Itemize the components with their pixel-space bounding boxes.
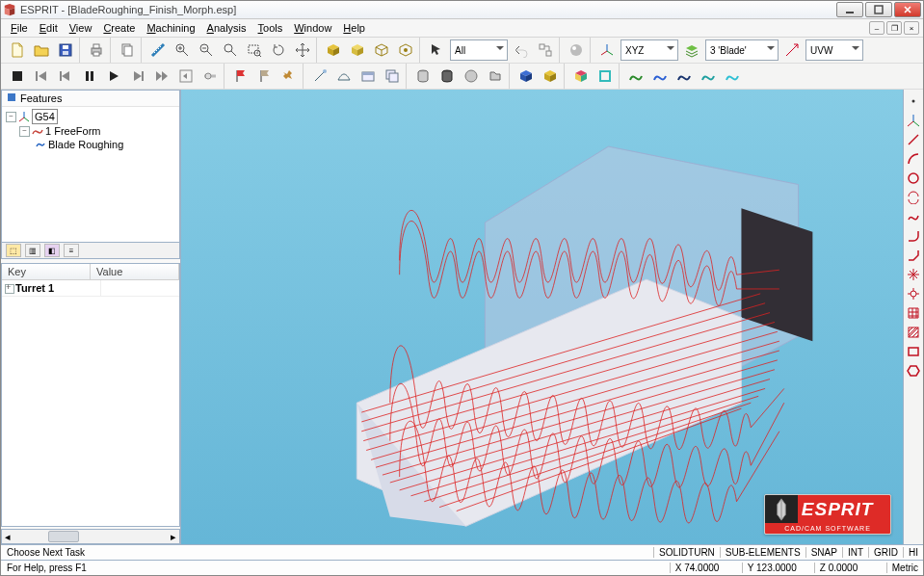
grouping-icon[interactable] xyxy=(535,39,556,61)
tool-line-icon[interactable] xyxy=(906,132,921,147)
mdi-restore[interactable]: ❐ xyxy=(886,21,902,35)
tool-axis-icon[interactable] xyxy=(906,113,921,128)
select-arrow-icon[interactable] xyxy=(426,39,447,61)
sim-step-fwd-icon[interactable] xyxy=(127,65,148,87)
sim-slider-icon[interactable] xyxy=(199,65,221,87)
pan-icon[interactable] xyxy=(292,39,313,61)
menu-create[interactable]: Create xyxy=(97,21,141,35)
edge-color-icon[interactable] xyxy=(594,65,616,87)
tool-star-point-icon[interactable] xyxy=(906,267,921,282)
shade-wire-icon[interactable] xyxy=(371,39,392,61)
minimize-button[interactable] xyxy=(836,2,863,17)
mdi-close[interactable]: × xyxy=(904,21,919,35)
measure-icon[interactable] xyxy=(147,39,169,61)
sim-loop-icon[interactable] xyxy=(175,65,197,87)
menu-machining[interactable]: Machining xyxy=(141,21,200,35)
tree-node-freeform[interactable]: − 1 FreeForm xyxy=(17,124,177,138)
tool-spline-icon[interactable] xyxy=(906,209,921,224)
tool-hatch-icon[interactable] xyxy=(906,325,921,340)
tree-tab-2[interactable]: ▥ xyxy=(25,244,40,257)
new-file-icon[interactable] xyxy=(7,39,28,61)
sim-fast-fwd-icon[interactable] xyxy=(151,65,172,87)
flag-dim-icon[interactable] xyxy=(254,65,276,87)
solid-blue-icon[interactable] xyxy=(515,65,537,87)
tool-arc3-icon[interactable] xyxy=(906,190,921,205)
nurbs-teal-icon[interactable] xyxy=(698,65,719,87)
save-view-icon[interactable] xyxy=(357,65,379,87)
sim-pause-icon[interactable] xyxy=(79,65,100,87)
sim-rewind-start-icon[interactable] xyxy=(31,65,52,87)
status-int[interactable]: INT xyxy=(842,547,868,558)
tool-circle-icon[interactable] xyxy=(906,170,921,186)
window-stack-icon[interactable] xyxy=(382,65,403,87)
flag-red-icon[interactable] xyxy=(230,65,251,87)
scrollbar-thumb[interactable] xyxy=(48,531,79,542)
tool-hexagon-icon[interactable] xyxy=(906,363,921,379)
selection-filter-dropdown[interactable]: All xyxy=(450,39,508,61)
stock-cylinder-icon[interactable] xyxy=(412,65,434,87)
layers-icon[interactable] xyxy=(681,39,702,61)
zoom-window-icon[interactable] xyxy=(244,39,265,61)
menu-window[interactable]: Window xyxy=(288,21,337,35)
save-file-icon[interactable] xyxy=(55,39,76,61)
expander-minus-icon[interactable]: − xyxy=(6,112,16,122)
face-color-icon[interactable] xyxy=(570,65,592,87)
tree-root[interactable]: − G54 xyxy=(4,109,177,124)
tool-point-icon[interactable] xyxy=(906,93,921,109)
sphere-render-icon[interactable] xyxy=(566,39,587,61)
shade-hidden-icon[interactable] xyxy=(395,39,416,61)
stock-dark-icon[interactable] xyxy=(436,65,458,87)
properties-col-key[interactable]: Key xyxy=(2,264,91,279)
undo-icon[interactable] xyxy=(511,39,532,61)
mdi-minimize[interactable]: – xyxy=(869,21,884,35)
tree-tab-4[interactable]: ≡ xyxy=(64,244,79,257)
axis-icon[interactable] xyxy=(596,39,618,61)
menu-help[interactable]: Help xyxy=(337,21,371,35)
properties-col-value[interactable]: Value xyxy=(91,264,179,279)
uvw-dropdown[interactable]: UVW xyxy=(805,39,863,61)
nurbs-navy-icon[interactable] xyxy=(673,65,695,87)
tool-chamfer-icon[interactable] xyxy=(906,248,921,263)
property-row[interactable]: Turret 1 xyxy=(2,280,179,297)
workplane-dropdown[interactable]: XYZ xyxy=(620,39,678,61)
menu-view[interactable]: View xyxy=(64,21,98,35)
feature-tree-body[interactable]: − G54 − 1 FreeForm Blade Roughing xyxy=(2,107,179,242)
tree-node-blade-roughing[interactable]: Blade Roughing xyxy=(33,138,177,151)
surface-icon[interactable] xyxy=(333,65,355,87)
menu-analysis[interactable]: Analysis xyxy=(201,21,252,35)
zoom-in-icon[interactable] xyxy=(172,39,193,61)
probe-icon[interactable] xyxy=(309,65,330,87)
status-solidturn[interactable]: SOLIDTURN xyxy=(653,547,720,558)
solid-yellow-icon[interactable] xyxy=(540,65,561,87)
stock-section-icon[interactable] xyxy=(485,65,506,87)
sim-play-icon[interactable] xyxy=(103,65,124,87)
status-grid[interactable]: GRID xyxy=(868,547,903,558)
tool-grid-icon[interactable] xyxy=(906,305,921,321)
maximize-button[interactable] xyxy=(865,2,892,17)
sim-stop-icon[interactable] xyxy=(7,65,28,87)
nurbs-cyan-icon[interactable] xyxy=(722,65,743,87)
left-scrollbar[interactable]: ◂ ▸ xyxy=(1,529,180,544)
tree-tab-1[interactable]: ⬚ xyxy=(6,244,21,257)
pin-icon[interactable] xyxy=(278,65,300,87)
rotate-view-icon[interactable] xyxy=(268,39,289,61)
open-file-icon[interactable] xyxy=(31,39,52,61)
zoom-out-icon[interactable] xyxy=(196,39,217,61)
shade-solid2-icon[interactable] xyxy=(347,39,368,61)
3d-viewport[interactable]: ESPRIT CAD/CAM SOFTWARE xyxy=(181,90,903,544)
tool-rect-icon[interactable] xyxy=(906,344,921,359)
copy-icon[interactable] xyxy=(117,39,138,61)
close-button[interactable] xyxy=(894,2,921,17)
status-hi[interactable]: HI xyxy=(903,547,923,558)
layer-dropdown[interactable]: 3 'Blade' xyxy=(705,39,779,61)
sphere-grey-icon[interactable] xyxy=(461,65,482,87)
tree-tab-3[interactable]: ◧ xyxy=(44,244,60,257)
menu-file[interactable]: File xyxy=(5,21,34,35)
expander-minus-icon[interactable]: − xyxy=(19,126,30,137)
status-snap[interactable]: SNAP xyxy=(805,547,842,558)
zoom-fit-icon[interactable] xyxy=(220,39,241,61)
sim-step-back-icon[interactable] xyxy=(55,65,76,87)
tool-fillet-icon[interactable] xyxy=(906,228,921,244)
print-icon[interactable] xyxy=(86,39,107,61)
status-subelements[interactable]: SUB-ELEMENTS xyxy=(720,547,805,558)
